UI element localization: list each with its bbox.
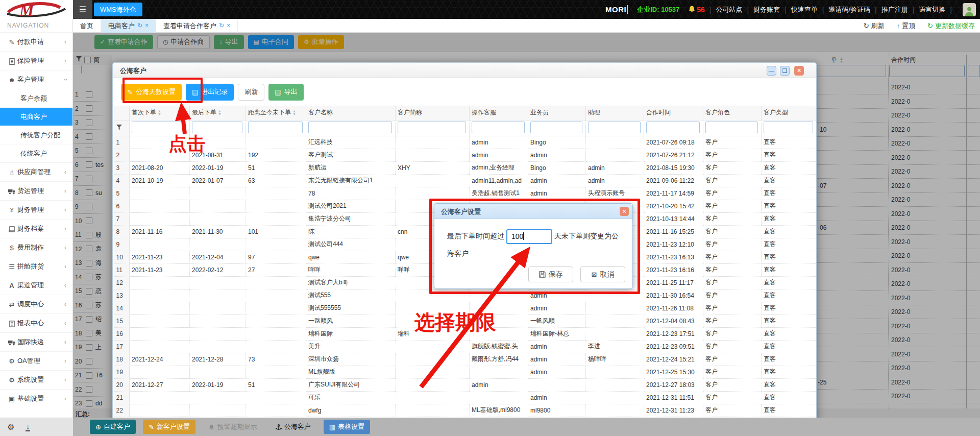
sidebar-item-渠道管理[interactable]: A渠道管理‹ (0, 276, 72, 295)
sidebar-item-国际快递[interactable]: 国际快递‹ (0, 332, 72, 351)
column-header-首次下单[interactable]: 首次下单▲▼ (130, 106, 190, 120)
modal-toolbar-button-刷新[interactable]: 刷新 (238, 84, 264, 101)
tab-查看申请合作客户[interactable]: 查看申请合作客户↻× (156, 19, 238, 33)
modal-toolbar-button-导出[interactable]: ▤导出 (268, 84, 303, 101)
tab-action-置顶[interactable]: ↑置顶 (897, 21, 916, 31)
column-filter-input[interactable] (132, 122, 186, 133)
menu-toggle-icon[interactable]: ☰ (73, 0, 92, 19)
column-filter-input[interactable] (472, 122, 525, 133)
company-logo[interactable]: M (0, 0, 73, 19)
cancel-button[interactable]: ⊠ 取消 (580, 267, 625, 282)
close-button[interactable]: ✕ (794, 66, 804, 76)
table-cell: 2021-12-27 18:03 (644, 378, 703, 391)
table-cell: 直客 (762, 174, 817, 187)
sidebar-subitem-客户余额[interactable]: 客户余额 (0, 89, 72, 107)
app-switch-button[interactable]: WMS海外仓 (94, 3, 142, 16)
download-icon[interactable]: ↓ (26, 423, 30, 431)
column-filter-input[interactable] (764, 122, 813, 133)
table-row[interactable]: 578吴浩超,销售测试1admin头程演示账号2021-11-17 14:59客… (114, 187, 817, 200)
sidebar-item-基础设置[interactable]: ▣基础设置‹ (0, 389, 72, 408)
days-input[interactable]: 100 (506, 229, 552, 244)
sidebar-item-调度中心[interactable]: ⇄调度中心‹ (0, 295, 72, 313)
sidebar-item-系统设置[interactable]: ⚙系统设置‹ (0, 370, 72, 389)
column-filter-input[interactable] (248, 122, 303, 133)
tab-电商客户[interactable]: 电商客户↻× (101, 19, 156, 33)
bottombar-button-预警超期提示[interactable]: 预警超期提示 (203, 420, 263, 434)
sidebar-subitem-电商客户[interactable]: 电商客户 (0, 107, 72, 126)
sidebar-item-客户管理[interactable]: ☻客户管理‹ (0, 70, 72, 89)
sidebar-item-保险管理[interactable]: 保险管理‹ (0, 51, 72, 70)
topbar-menu-item[interactable]: 语言切换 (919, 5, 945, 14)
save-button[interactable]: 保存 (528, 267, 573, 282)
column-filter-input[interactable] (588, 122, 641, 133)
sidebar-item-报表中心[interactable]: 报表中心‹ (0, 313, 72, 332)
table-cell: admin (470, 149, 528, 161)
window-header[interactable]: 公海客户 — ❑ ✕ (113, 63, 816, 78)
table-row[interactable]: 22021-08-31192客户测试adminadmin2021-07-26 2… (114, 149, 817, 161)
table-row[interactable]: 22dwfgML基础版,ml9800ml98002021-12-31 11:23… (114, 404, 817, 417)
dialog-body: 最后下单时间超过100天未下单则变更为公海客户 (434, 219, 632, 262)
sidebar-item-OA管理[interactable]: ⚙OA管理‹ (0, 351, 72, 370)
tab-首页[interactable]: 首页 (73, 19, 101, 33)
tab-action-更新数据缓存[interactable]: ↻更新数据缓存 (927, 21, 975, 31)
table-row[interactable]: 17美升旗舰版,钱蜜蜜,头admin李进2021-12-23 09:51客户直客 (114, 340, 817, 353)
sidebar-subitem-传统客户[interactable]: 传统客户 (0, 144, 72, 162)
minimize-button[interactable]: — (767, 66, 776, 76)
table-cell: 2021-11-17 14:59 (644, 187, 703, 200)
dialog-header[interactable]: 公海客户设置 ✕ (434, 204, 632, 219)
table-row[interactable]: 32021-08-202022-01-1951新航运XHYadmin,业务经理B… (114, 161, 817, 174)
table-row[interactable]: 202021-12-272022-01-1951广东SUIJI有限公司admin… (114, 378, 817, 391)
modal-toolbar-button-公海天数设置[interactable]: ✎公海天数设置 (121, 84, 182, 101)
bottombar-button-表格设置[interactable]: ▦表格设置 (324, 420, 370, 434)
table-row[interactable]: 15一路顺风一帆风顺2021-12-04 08:43客户直客 (114, 314, 817, 327)
sidebar-item-供应商管理[interactable]: ☝供应商管理‹ (0, 162, 72, 181)
table-row[interactable]: 1汇远科技adminBingo2021-07-26 09:18客户直客 (114, 136, 817, 149)
tab-refresh-icon[interactable]: ↻ (137, 19, 142, 33)
tab-close-icon[interactable]: × (145, 19, 149, 33)
notification-bell[interactable]: 56 (688, 5, 705, 14)
sidebar-item-财务管理[interactable]: ¥财务管理‹ (0, 200, 72, 219)
topbar-menu-item[interactable]: 快速查单 (791, 5, 818, 14)
column-filter-input[interactable] (308, 122, 392, 133)
table-cell: 直客 (762, 340, 817, 353)
column-filter-input[interactable] (646, 122, 700, 133)
maximize-button[interactable]: ❑ (780, 66, 790, 76)
sidebar-item-货运管理[interactable]: 货运管理‹ (0, 181, 72, 200)
table-row[interactable]: 42021-10-192022-01-0763东莞无限链接有限公司1admin1… (114, 174, 817, 187)
bottombar-button-公海客户[interactable]: 公海客户 (270, 420, 316, 434)
table-row[interactable]: 21可乐admin2021-12-31 11:51客户直客 (114, 391, 817, 404)
filter-funnel-icon[interactable] (114, 120, 130, 136)
sidebar-item-拼舱拼货[interactable]: ☰拼舱拼货‹ (0, 257, 72, 276)
tab-refresh-icon[interactable]: ↻ (219, 19, 224, 33)
topbar-menu-item[interactable]: 邀请码/验证码 (828, 5, 870, 14)
column-filter-input[interactable] (192, 122, 242, 133)
topbar-menu-item[interactable]: 财务账套 (753, 5, 780, 14)
chevron-icon: ‹ (64, 320, 66, 327)
column-filter-input[interactable] (530, 122, 582, 133)
table-cell: 2021-11-23 16:16 (644, 263, 703, 276)
column-header-距离至今未下单[interactable]: 距离至今未下单▲▼ (246, 106, 306, 120)
dialog-close-button[interactable]: ✕ (620, 207, 629, 216)
bottombar-button-自建客户[interactable]: ⊕自建客户 (90, 420, 136, 434)
topbar-menu-item[interactable]: 公司站点 (716, 5, 743, 14)
table-cell (246, 276, 306, 289)
tab-close-icon[interactable]: × (227, 19, 230, 33)
sidebar-item-付款申请[interactable]: ✎付款申请‹ (0, 32, 72, 51)
topbar-menu-item[interactable]: 推广注册 (881, 5, 908, 14)
table-row[interactable]: 182021-12-242021-12-2873深圳市众扬戴雨彤,方舒,冯44a… (114, 353, 817, 366)
sidebar-item-费用制作[interactable]: $费用制作‹ (0, 238, 72, 257)
table-row[interactable]: 14测试555555admin2021-11-26 11:08客户直客 (114, 302, 817, 314)
table-row[interactable]: 16瑞科国际瑞科瑞科国际-林总2021-12-23 17:51客户直客 (114, 327, 817, 340)
column-filter-input[interactable] (705, 122, 758, 133)
table-row[interactable]: 13测试555admin2021-11-30 16:54客户直客 (114, 289, 817, 302)
sidebar-item-财务档案[interactable]: 财务档案‹ (0, 219, 72, 238)
modal-toolbar-button-进出记录[interactable]: ▤进出记录 (186, 84, 234, 101)
sidebar-subitem-传统客户分配[interactable]: 传统客户分配 (0, 126, 72, 144)
tab-action-刷新[interactable]: ↻刷新 (864, 21, 885, 31)
avatar[interactable] (963, 3, 976, 16)
column-header-最后下单[interactable]: 最后下单▲▼ (190, 106, 246, 120)
settings-gear-icon[interactable]: ⚙ (7, 422, 14, 432)
column-filter-input[interactable] (398, 122, 466, 133)
bottombar-button-新客户设置[interactable]: ✎新客户设置 (143, 420, 195, 434)
table-row[interactable]: 19ML旗舰版admin2021-12-25 15:30客户直客 (114, 366, 817, 378)
